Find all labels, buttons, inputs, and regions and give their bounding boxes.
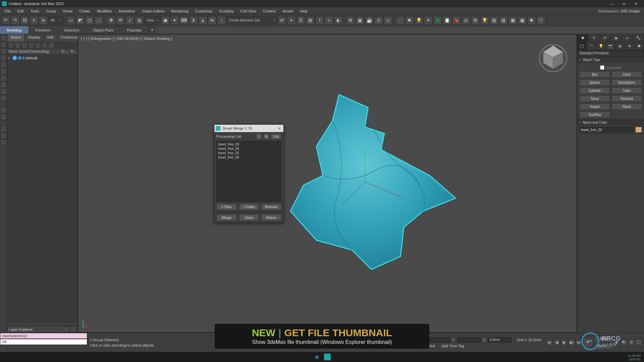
- lt-patch-icon[interactable]: [1, 55, 7, 61]
- placement-button[interactable]: ◍: [135, 16, 144, 25]
- sx-tab-edit[interactable]: Edit: [44, 34, 57, 42]
- list-item[interactable]: towel_free_03: [218, 142, 280, 146]
- layer-stack-icon[interactable]: [70, 326, 76, 333]
- prim-pyramid-button[interactable]: Pyramid: [611, 95, 642, 102]
- menu-customize[interactable]: Customize: [192, 8, 216, 14]
- material-editor-button[interactable]: ◐: [334, 16, 343, 25]
- sx-filter-icon[interactable]: [28, 42, 34, 48]
- cp-shapes-tab[interactable]: ◠: [587, 42, 596, 50]
- undo-button[interactable]: ↶: [1, 16, 10, 25]
- ribbon-tab-selection[interactable]: Selection: [57, 26, 86, 34]
- processing-list[interactable]: towel_free_03towel_free_04towel_free_05t…: [216, 141, 281, 202]
- cp-geometry-tab[interactable]: ◯: [577, 42, 587, 50]
- sx-pin-icon[interactable]: [8, 42, 14, 48]
- autogrid-checkbox[interactable]: [600, 65, 604, 70]
- cp-modify-tab[interactable]: ✎: [588, 34, 599, 42]
- lite-button[interactable]: Lite: [271, 133, 281, 139]
- sx-col-render[interactable]: R...: [70, 49, 77, 55]
- light-icon[interactable]: 💡: [415, 16, 423, 25]
- settings-button[interactable]: ⚙: [263, 133, 269, 139]
- visibility-icon[interactable]: 👁: [12, 56, 17, 60]
- lt-nurbs-icon[interactable]: [1, 62, 7, 68]
- close-button[interactable]: ✕: [630, 0, 642, 7]
- start-button[interactable]: ⊞: [313, 353, 321, 361]
- play-button[interactable]: ▶: [561, 339, 568, 346]
- viewcube[interactable]: [538, 41, 569, 72]
- prim-torus-button[interactable]: Torus: [579, 95, 610, 102]
- spinner-snap-button[interactable]: ↕: [217, 16, 226, 25]
- menu-group[interactable]: Group: [42, 8, 59, 14]
- ref-coord-dropdown[interactable]: View: [144, 16, 160, 24]
- ribbon-dropdown-icon[interactable]: ▾: [149, 26, 156, 34]
- helpers-icon[interactable]: ✱: [405, 16, 414, 25]
- sx-layer-icon[interactable]: [21, 42, 28, 48]
- menu-modifiers[interactable]: Modifiers: [94, 8, 115, 14]
- list-item[interactable]: towel_free_06: [218, 155, 280, 160]
- snap-toggle-button[interactable]: 3: [189, 16, 198, 25]
- prim-tube-button[interactable]: Tube: [611, 87, 642, 94]
- workspace-dropdown[interactable]: D95 Desgin: [621, 9, 640, 13]
- shield-icon[interactable]: 🛡: [537, 16, 545, 25]
- cancel-icon[interactable]: ✖: [527, 16, 536, 25]
- nav-pan-button[interactable]: ✥: [613, 339, 620, 346]
- lt-d-icon[interactable]: [1, 133, 7, 139]
- cp-helpers-tab[interactable]: ⊞: [615, 42, 625, 50]
- manip-button[interactable]: ✦: [170, 16, 179, 25]
- next-frame-button[interactable]: ▶|: [568, 339, 575, 346]
- nav-maximize-button[interactable]: ⛶: [635, 339, 642, 346]
- macro-recorder[interactable]: clearSelection(): [0, 333, 87, 339]
- maxscript-listener[interactable]: clearSelection() OK: [0, 333, 87, 352]
- box1-icon[interactable]: ▧: [490, 16, 498, 25]
- auto-key-button[interactable]: Auto: [594, 336, 612, 342]
- cp-create-tab[interactable]: ✚: [577, 34, 588, 42]
- bookmark-icon[interactable]: 🔖: [452, 16, 461, 25]
- select-window-button[interactable]: ◩: [76, 16, 85, 25]
- select-crossing-button[interactable]: ⬚: [95, 16, 103, 25]
- cp-cameras-tab[interactable]: 📷: [606, 42, 615, 50]
- merge-button[interactable]: Merge: [216, 214, 237, 221]
- unlink-button[interactable]: ⤫: [30, 16, 38, 25]
- mirror-button[interactable]: ⇄: [278, 16, 286, 25]
- tree-icon[interactable]: 🌲: [433, 16, 442, 25]
- box2-icon[interactable]: ▨: [499, 16, 508, 25]
- move-button[interactable]: ✥: [107, 16, 115, 25]
- select-object-button[interactable]: ▭: [66, 16, 75, 25]
- bind-button[interactable]: ≋: [39, 16, 48, 25]
- render-button[interactable]: ☕: [365, 16, 374, 25]
- cp-utilities-tab[interactable]: 🔧: [633, 34, 644, 42]
- menu-help[interactable]: Help: [297, 8, 311, 14]
- gear-icon[interactable]: ⚙: [471, 16, 480, 25]
- selection-filter-dropdown[interactable]: All: [48, 16, 63, 24]
- selection-set-dropdown[interactable]: Create Selection Set: [227, 16, 277, 24]
- sx-header[interactable]: Name (Sorted Descending) Fr... R...: [7, 49, 77, 55]
- lt-spline-icon[interactable]: [1, 42, 7, 48]
- cloth-model[interactable]: [268, 88, 462, 276]
- list-item[interactable]: towel_free_05: [218, 151, 280, 155]
- prim-teapot-button[interactable]: Teapot: [579, 103, 610, 110]
- prim-sphere-button[interactable]: Sphere: [579, 79, 610, 86]
- tool-button[interactable]: ⎙: [374, 16, 383, 25]
- align-button[interactable]: ≡: [287, 16, 296, 25]
- lt-a-icon[interactable]: [1, 107, 7, 113]
- link-button[interactable]: ⛓: [20, 16, 29, 25]
- render-setup-button[interactable]: ⚙: [346, 16, 355, 25]
- menu-civil-view[interactable]: Civil View: [237, 8, 259, 14]
- menu-edit[interactable]: Edit: [14, 8, 27, 14]
- x-field[interactable]: [426, 337, 450, 343]
- lt-light-icon[interactable]: [1, 68, 7, 74]
- lt-helper-icon[interactable]: [1, 82, 7, 88]
- history-button[interactable]: History: [261, 214, 281, 221]
- prim-cylinder-button[interactable]: Cylinder: [579, 87, 610, 94]
- lt-poly-icon[interactable]: [1, 35, 7, 41]
- windows-taskbar[interactable]: ⊞: [0, 352, 644, 362]
- primitive-category-dropdown[interactable]: Standard Primitives: [577, 50, 644, 57]
- cp-systems-tab[interactable]: ✱: [635, 42, 644, 50]
- target-icon[interactable]: ◎: [462, 16, 470, 25]
- color-swatch[interactable]: [635, 127, 642, 133]
- select-region-button[interactable]: ◫: [85, 16, 94, 25]
- prim-box-button[interactable]: Box: [579, 71, 610, 78]
- sx-expand-icon[interactable]: [42, 42, 48, 48]
- cp-hierarchy-tab[interactable]: ☍: [599, 34, 610, 42]
- menu-file[interactable]: File: [1, 8, 14, 14]
- clipboard-icon[interactable]: 📋: [443, 16, 451, 25]
